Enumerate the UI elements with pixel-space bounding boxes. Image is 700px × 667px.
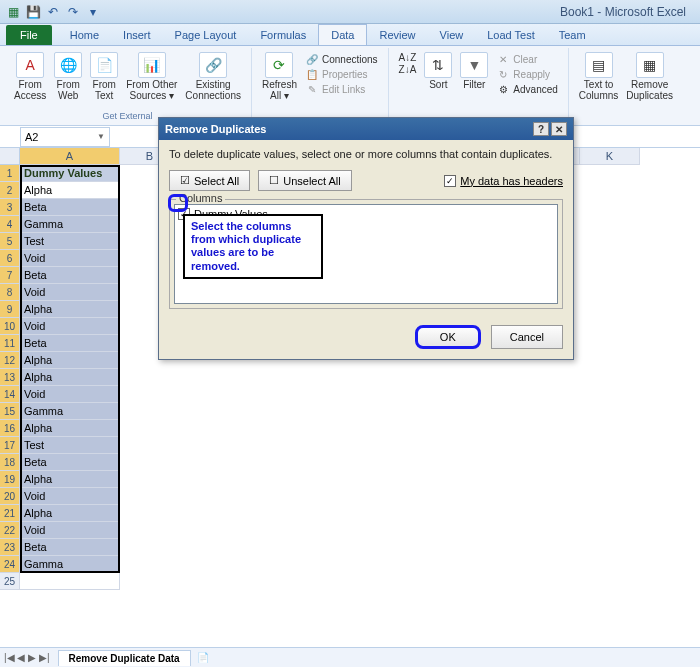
from-other-button[interactable]: 📊From Other Sources ▾: [122, 50, 181, 103]
cell[interactable]: Alpha: [20, 352, 120, 369]
connections-button[interactable]: 🔗Connections: [305, 52, 378, 66]
from-text-button[interactable]: 📄From Text: [86, 50, 122, 103]
cell-empty[interactable]: [20, 573, 120, 590]
text-to-columns-button[interactable]: ▤Text to Columns: [575, 50, 622, 103]
row-header[interactable]: 2: [0, 182, 20, 199]
tab-team[interactable]: Team: [547, 25, 598, 45]
file-tab[interactable]: File: [6, 25, 52, 45]
existing-conn-button[interactable]: 🔗Existing Connections: [181, 50, 245, 103]
close-icon[interactable]: ✕: [551, 122, 567, 136]
cell[interactable]: Void: [20, 250, 120, 267]
tab-formulas[interactable]: Formulas: [248, 25, 318, 45]
row-header[interactable]: 4: [0, 216, 20, 233]
cell[interactable]: Beta: [20, 539, 120, 556]
row-header[interactable]: 3: [0, 199, 20, 216]
remove-duplicates-button[interactable]: ▦Remove Duplicates: [622, 50, 677, 103]
undo-icon[interactable]: ↶: [44, 3, 62, 21]
row-header[interactable]: 22: [0, 522, 20, 539]
cancel-button[interactable]: Cancel: [491, 325, 563, 349]
filter-button[interactable]: ▼Filter: [456, 50, 492, 98]
save-icon[interactable]: 💾: [24, 3, 42, 21]
help-icon[interactable]: ?: [533, 122, 549, 136]
tab-load-test[interactable]: Load Test: [475, 25, 547, 45]
row-header[interactable]: 14: [0, 386, 20, 403]
cell[interactable]: Gamma: [20, 403, 120, 420]
cell-a1[interactable]: Dummy Values: [20, 165, 120, 182]
row-header[interactable]: 5: [0, 233, 20, 250]
row-header[interactable]: 15: [0, 403, 20, 420]
new-sheet-icon[interactable]: 📄: [197, 652, 209, 663]
row-header[interactable]: 1: [0, 165, 20, 182]
advanced-button[interactable]: ⚙Advanced: [496, 82, 557, 96]
row-header[interactable]: 10: [0, 318, 20, 335]
row-header[interactable]: 16: [0, 420, 20, 437]
row-header[interactable]: 8: [0, 284, 20, 301]
row-header[interactable]: 23: [0, 539, 20, 556]
cell[interactable]: Alpha: [20, 471, 120, 488]
name-box[interactable]: A2▼: [20, 127, 110, 147]
columns-list[interactable]: ✓Dummy Values: [174, 204, 558, 304]
row-header[interactable]: 24: [0, 556, 20, 573]
col-header-a[interactable]: A: [20, 148, 120, 165]
cell[interactable]: Beta: [20, 199, 120, 216]
row-header[interactable]: 6: [0, 250, 20, 267]
refresh-all-button[interactable]: ⟳Refresh All ▾: [258, 50, 301, 103]
ok-button[interactable]: OK: [415, 325, 481, 349]
dialog-title: Remove Duplicates: [165, 123, 266, 135]
column-item[interactable]: ✓Dummy Values: [177, 207, 555, 221]
sort-az-button[interactable]: A↓Z: [399, 52, 417, 63]
row-header[interactable]: 21: [0, 505, 20, 522]
dialog-titlebar[interactable]: Remove Duplicates ? ✕: [159, 118, 573, 140]
from-web-button[interactable]: 🌐From Web: [50, 50, 86, 103]
cell[interactable]: Test: [20, 233, 120, 250]
row-header[interactable]: 12: [0, 352, 20, 369]
cell[interactable]: Test: [20, 437, 120, 454]
tab-review[interactable]: Review: [367, 25, 427, 45]
row-header[interactable]: 18: [0, 454, 20, 471]
cell[interactable]: Alpha: [20, 420, 120, 437]
sort-za-button[interactable]: Z↓A: [399, 64, 417, 75]
group-label: Get External: [102, 111, 152, 121]
select-all-button[interactable]: ☑Select All: [169, 170, 250, 191]
tab-home[interactable]: Home: [58, 25, 111, 45]
row-header[interactable]: 17: [0, 437, 20, 454]
column-checkbox[interactable]: ✓: [178, 208, 190, 220]
chevron-down-icon[interactable]: ▼: [97, 132, 105, 141]
row-header[interactable]: 7: [0, 267, 20, 284]
cell-a2[interactable]: Alpha: [20, 182, 120, 199]
cell[interactable]: Beta: [20, 267, 120, 284]
properties-icon: 📋: [305, 67, 319, 81]
row-header[interactable]: 9: [0, 301, 20, 318]
cell[interactable]: Void: [20, 318, 120, 335]
cell[interactable]: Alpha: [20, 301, 120, 318]
cell[interactable]: Void: [20, 488, 120, 505]
select-all-corner[interactable]: [0, 148, 20, 165]
col-header-k[interactable]: K: [580, 148, 640, 165]
tab-data[interactable]: Data: [318, 24, 367, 45]
cell[interactable]: Alpha: [20, 369, 120, 386]
cell[interactable]: Gamma: [20, 216, 120, 233]
row-header[interactable]: 11: [0, 335, 20, 352]
sort-button[interactable]: ⇅Sort: [420, 50, 456, 98]
tab-page-layout[interactable]: Page Layout: [163, 25, 249, 45]
cell[interactable]: Void: [20, 284, 120, 301]
cell[interactable]: Beta: [20, 454, 120, 471]
cell[interactable]: Alpha: [20, 505, 120, 522]
cell[interactable]: Void: [20, 386, 120, 403]
from-access-button[interactable]: AFrom Access: [10, 50, 50, 103]
cell[interactable]: Gamma: [20, 556, 120, 573]
sheet-tab[interactable]: Remove Duplicate Data: [58, 650, 191, 666]
sheet-nav[interactable]: |◀ ◀ ▶ ▶|: [0, 652, 54, 663]
cell[interactable]: Beta: [20, 335, 120, 352]
unselect-all-button[interactable]: ☐Unselect All: [258, 170, 351, 191]
row-header[interactable]: 19: [0, 471, 20, 488]
qat-more-icon[interactable]: ▾: [84, 3, 102, 21]
row-header[interactable]: 20: [0, 488, 20, 505]
row-header[interactable]: 13: [0, 369, 20, 386]
row-header[interactable]: 25: [0, 573, 20, 590]
tab-view[interactable]: View: [428, 25, 476, 45]
headers-checkbox[interactable]: ✓My data has headers: [444, 175, 563, 187]
cell[interactable]: Void: [20, 522, 120, 539]
redo-icon[interactable]: ↷: [64, 3, 82, 21]
tab-insert[interactable]: Insert: [111, 25, 163, 45]
